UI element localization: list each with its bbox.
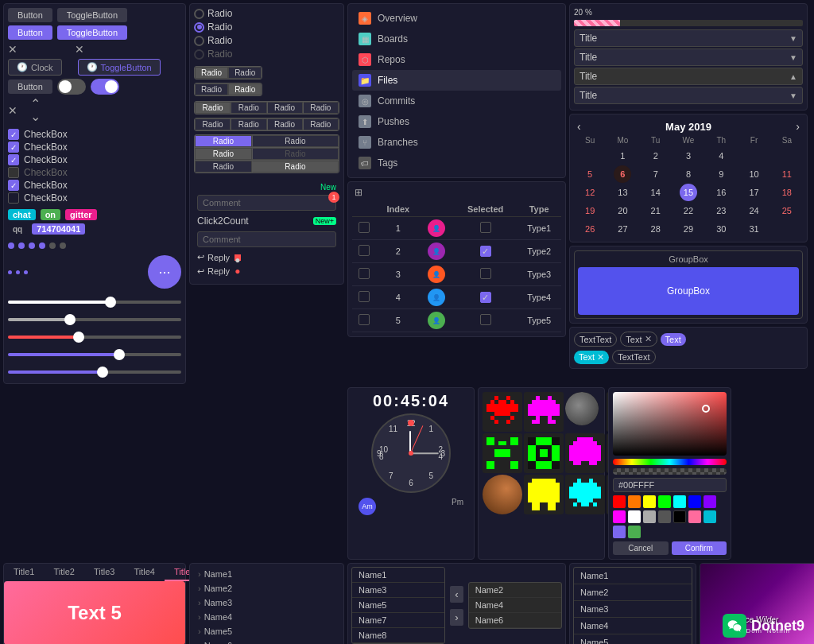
transfer-item-name7[interactable]: Name7: [352, 613, 444, 628]
swatch-violet[interactable]: [704, 495, 716, 508]
cal-day[interactable]: 12: [581, 184, 599, 201]
radio-btn-1-1[interactable]: Radio: [195, 67, 228, 79]
radio-sub-3[interactable]: Radio: [195, 148, 252, 160]
big-dot-button[interactable]: ···: [148, 255, 181, 289]
row-5-selected[interactable]: [480, 314, 491, 325]
row-2-checkbox[interactable]: [359, 245, 370, 256]
grid-icon[interactable]: ⊞: [352, 186, 365, 199]
row-5-checkbox[interactable]: [359, 314, 370, 325]
dot-sm-3[interactable]: [24, 270, 28, 274]
cal-day[interactable]: 11: [778, 165, 796, 183]
cal-day[interactable]: [581, 147, 599, 165]
swatch-yellow[interactable]: [643, 495, 656, 508]
tab-title4[interactable]: Title4: [125, 564, 165, 581]
swatch-lime[interactable]: [628, 526, 641, 538]
cal-day[interactable]: 30: [712, 220, 730, 238]
cal-day[interactable]: 9: [712, 165, 730, 183]
radio-sub-4[interactable]: Radio: [252, 148, 339, 160]
scroll-item-4[interactable]: Name4: [574, 618, 692, 634]
checkbox-2[interactable]: ✓: [8, 142, 19, 153]
cal-day[interactable]: 18: [778, 184, 796, 201]
swatch-green[interactable]: [658, 495, 671, 508]
radio-full-4[interactable]: Radio: [303, 102, 339, 114]
list-item-5[interactable]: › Name5: [193, 624, 340, 638]
scroll-item-3[interactable]: Name3: [574, 601, 692, 618]
radio-full-5[interactable]: Radio: [195, 118, 231, 130]
hue-slider[interactable]: [613, 459, 727, 465]
transfer-item-name2[interactable]: Name2: [469, 583, 561, 598]
cal-day[interactable]: 2: [647, 147, 665, 165]
radio-sub-1[interactable]: Radio: [195, 135, 252, 147]
chip-close-2[interactable]: ✕: [597, 352, 604, 363]
row-2-selected[interactable]: ✓: [480, 246, 491, 257]
transfer-item-name5[interactable]: Name5: [352, 598, 444, 613]
dot-1[interactable]: [8, 242, 14, 249]
reply-button-2[interactable]: ↩ Reply: [197, 266, 230, 277]
slider-input-4[interactable]: [8, 353, 181, 356]
radio-full-8[interactable]: Radio: [303, 118, 339, 130]
dot-sm-1[interactable]: [8, 270, 12, 274]
toggle-button-primary[interactable]: ToggleButton: [57, 25, 127, 40]
transfer-item-name1[interactable]: Name1: [352, 568, 444, 583]
slider-input-2[interactable]: [8, 318, 181, 321]
cal-day-6[interactable]: 6: [614, 165, 631, 183]
checkbox-3[interactable]: ✓: [8, 154, 19, 165]
checkbox-6[interactable]: [8, 192, 19, 204]
cal-day[interactable]: 22: [680, 202, 697, 219]
slider-input-3[interactable]: [8, 336, 181, 339]
chip-close-1[interactable]: ✕: [645, 334, 652, 344]
radio-btn-2-2[interactable]: Radio: [228, 83, 262, 95]
swatch-pink[interactable]: [688, 510, 701, 523]
cal-day[interactable]: 10: [746, 165, 763, 183]
checkbox-5[interactable]: ✓: [8, 180, 19, 191]
transfer-right-button[interactable]: ›: [450, 609, 463, 626]
swatch-darkgray[interactable]: [658, 510, 671, 523]
comment-input-2[interactable]: [197, 231, 336, 247]
swatch-gray[interactable]: [643, 510, 656, 523]
row-1-selected[interactable]: [480, 222, 491, 233]
list-item-6[interactable]: › Name6: [193, 638, 340, 644]
cancel-button[interactable]: Cancel: [613, 541, 669, 555]
swatch-blue[interactable]: [688, 495, 701, 508]
toggle-switch-2[interactable]: [91, 79, 119, 95]
row-3-selected[interactable]: [480, 268, 491, 279]
close-icon-3[interactable]: ✕: [8, 104, 17, 117]
cal-day[interactable]: 3: [680, 147, 697, 165]
radio-circle-2[interactable]: [194, 22, 204, 33]
row-4-checkbox[interactable]: [359, 291, 370, 302]
radio-circle-4[interactable]: [194, 49, 204, 60]
checkbox-4[interactable]: [8, 167, 19, 178]
swatch-teal[interactable]: [704, 510, 716, 523]
cal-day[interactable]: 25: [778, 202, 796, 219]
reply-button-1[interactable]: ↩ Reply: [197, 252, 230, 262]
nav-files[interactable]: 📁 Files: [352, 70, 561, 91]
cal-day[interactable]: 16: [712, 184, 730, 201]
cal-day[interactable]: 8: [680, 165, 697, 183]
row-3-checkbox[interactable]: [359, 268, 370, 279]
toggle-clock-button[interactable]: 🕐 ToggleButton: [78, 59, 161, 76]
slider-input-5[interactable]: [8, 370, 181, 374]
swatch-black[interactable]: [673, 510, 686, 523]
nav-pushes[interactable]: ⬆ Pushes: [352, 111, 561, 132]
select-bottom[interactable]: Title ▼: [574, 87, 803, 104]
dot-3[interactable]: [29, 242, 35, 249]
toggle-button-default[interactable]: ToggleButton: [57, 8, 127, 22]
button-default[interactable]: Button: [8, 8, 52, 22]
cal-day[interactable]: 28: [647, 220, 665, 238]
scroll-item-5[interactable]: Name5: [574, 634, 692, 644]
nav-repos[interactable]: ⬡ Repos: [352, 49, 561, 70]
radio-sub-6[interactable]: Radio: [252, 161, 339, 173]
cal-day[interactable]: 24: [746, 202, 763, 219]
transfer-item-name8[interactable]: Name8: [352, 628, 444, 643]
radio-sub-2[interactable]: Radio: [252, 135, 339, 147]
cal-day[interactable]: 5: [581, 165, 599, 183]
nav-commits[interactable]: ◎ Commits: [352, 91, 561, 111]
radio-full-7[interactable]: Radio: [267, 118, 303, 130]
cal-day[interactable]: 26: [581, 220, 599, 238]
radio-btn-1-2[interactable]: Radio: [228, 67, 262, 79]
swatch-orange[interactable]: [628, 495, 641, 508]
cal-today[interactable]: 15: [680, 184, 697, 201]
radio-full-1[interactable]: Radio: [195, 102, 231, 114]
cal-day[interactable]: 13: [614, 184, 631, 201]
cal-day[interactable]: 14: [647, 184, 665, 201]
